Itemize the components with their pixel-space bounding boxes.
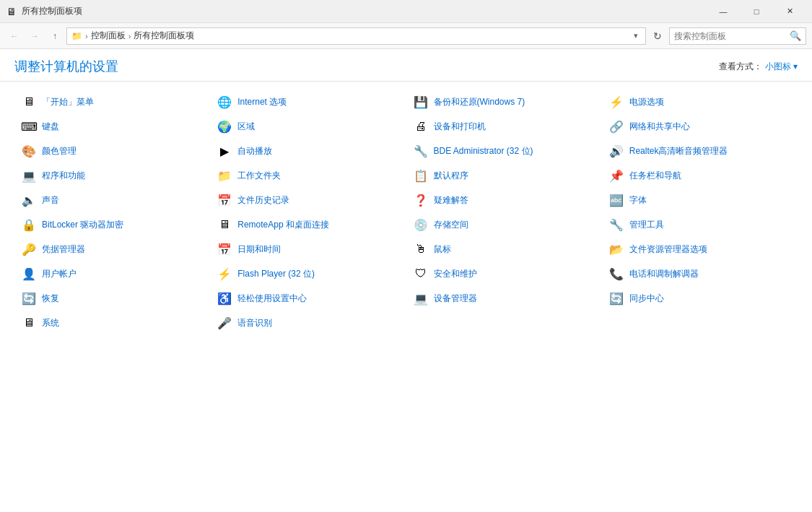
list-item[interactable]: 🖨设备和打印机 xyxy=(406,115,602,138)
list-item[interactable]: 🔗网络和共享中心 xyxy=(602,115,798,138)
minimize-button[interactable]: — xyxy=(707,0,740,23)
list-item[interactable]: 🔑凭据管理器 xyxy=(14,238,210,261)
list-item[interactable]: 🛡安全和维护 xyxy=(406,262,602,285)
list-item[interactable]: 🌍区域 xyxy=(210,115,406,138)
item-icon: 🔈 xyxy=(20,191,38,209)
forward-button[interactable]: → xyxy=(26,27,43,45)
window-controls: — □ ✕ xyxy=(707,0,806,23)
item-label: 管理工具 xyxy=(629,219,664,231)
list-item[interactable]: 🔧管理工具 xyxy=(602,213,798,236)
item-icon: 📂 xyxy=(608,240,625,258)
item-label: 用户帐户 xyxy=(42,268,77,280)
search-box: 🔍 xyxy=(669,27,806,45)
list-item[interactable]: 🔤字体 xyxy=(602,188,798,212)
maximize-button[interactable]: □ xyxy=(740,0,773,23)
list-item[interactable]: 🔒BitLocker 驱动器加密 xyxy=(14,213,210,236)
list-item[interactable]: ♿轻松使用设置中心 xyxy=(210,287,406,310)
list-item[interactable]: 🖥系统 xyxy=(14,311,210,334)
list-item[interactable]: 🎤语音识别 xyxy=(210,311,406,334)
item-icon: 🖨 xyxy=(412,118,429,135)
list-item[interactable]: 📅文件历史记录 xyxy=(210,188,406,212)
list-item[interactable]: 👤用户帐户 xyxy=(14,262,210,285)
item-label: 键盘 xyxy=(42,121,59,133)
item-icon: 🖥 xyxy=(20,314,38,331)
list-item[interactable]: 🔊Realtek高清晰音频管理器 xyxy=(602,139,798,162)
item-icon: 🎤 xyxy=(216,314,233,331)
list-item[interactable]: 🔈声音 xyxy=(14,188,210,212)
item-label: 电源选项 xyxy=(629,96,664,108)
item-label: 设备和打印机 xyxy=(434,121,486,133)
view-current[interactable]: 小图标 ▾ xyxy=(765,61,798,73)
list-item[interactable]: 🖥「开始」菜单 xyxy=(14,90,210,113)
list-item[interactable]: 📌任务栏和导航 xyxy=(602,164,798,187)
list-item[interactable]: ⌨键盘 xyxy=(14,115,210,138)
item-label: 文件历史记录 xyxy=(237,194,289,207)
item-icon: 🖥 xyxy=(20,93,38,110)
item-icon: ▶ xyxy=(216,142,233,160)
item-label: 设备管理器 xyxy=(434,292,477,305)
item-label: 系统 xyxy=(42,317,59,329)
list-item[interactable]: 📅日期和时间 xyxy=(210,238,406,261)
window-icon: 🖥 xyxy=(6,6,17,17)
search-input[interactable] xyxy=(674,31,790,41)
item-icon: 🔤 xyxy=(608,191,625,209)
item-icon: ⌨ xyxy=(20,118,38,135)
address-dropdown[interactable]: ▾ xyxy=(631,31,641,40)
title-bar: 🖥 所有控制面板项 — □ ✕ xyxy=(0,0,812,23)
item-label: 任务栏和导航 xyxy=(629,170,681,182)
breadcrumb-sep2: › xyxy=(128,32,131,40)
item-icon: 📅 xyxy=(216,191,233,209)
nav-bar: ← → ↑ 📁 › 控制面板 › 所有控制面板项 ▾ ↻ 🔍 xyxy=(0,23,812,49)
item-icon: 🖱 xyxy=(412,240,429,258)
list-item[interactable]: 💾备份和还原(Windows 7) xyxy=(406,90,602,113)
list-item[interactable]: 🖥RemoteApp 和桌面连接 xyxy=(210,213,406,236)
breadcrumb-sep1: › xyxy=(85,32,88,40)
item-icon: ⚡ xyxy=(216,265,233,282)
item-icon: 🔄 xyxy=(608,290,625,307)
list-item[interactable]: ▶自动播放 xyxy=(210,139,406,162)
close-button[interactable]: ✕ xyxy=(773,0,806,23)
item-label: Flash Player (32 位) xyxy=(237,268,315,280)
list-item[interactable]: 📞电话和调制解调器 xyxy=(602,262,798,285)
list-item[interactable]: 🌐Internet 选项 xyxy=(210,90,406,113)
list-item[interactable]: 🖱鼠标 xyxy=(406,238,602,261)
item-icon: 🔑 xyxy=(20,240,38,258)
back-button[interactable]: ← xyxy=(6,27,23,45)
list-item[interactable]: 📂文件资源管理器选项 xyxy=(602,238,798,261)
item-icon: 🔊 xyxy=(608,142,625,160)
view-label: 查看方式： xyxy=(719,61,762,73)
item-icon: 🔧 xyxy=(608,216,625,233)
item-label: 声音 xyxy=(42,194,59,207)
item-label: 疑难解答 xyxy=(434,194,468,207)
list-item[interactable]: 📁工作文件夹 xyxy=(210,164,406,187)
list-item[interactable]: ⚡Flash Player (32 位) xyxy=(210,262,406,285)
item-icon: 🔧 xyxy=(412,142,429,160)
search-icon[interactable]: 🔍 xyxy=(790,30,801,41)
list-item[interactable]: ❓疑难解答 xyxy=(406,188,602,212)
refresh-button[interactable]: ↻ xyxy=(649,27,666,45)
list-item[interactable]: 🎨颜色管理 xyxy=(14,139,210,162)
item-icon: ♿ xyxy=(216,290,233,307)
address-bar[interactable]: 📁 › 控制面板 › 所有控制面板项 ▾ xyxy=(66,27,646,45)
item-label: 备份和还原(Windows 7) xyxy=(434,96,525,108)
item-icon: 🔄 xyxy=(20,290,38,307)
up-button[interactable]: ↑ xyxy=(46,27,64,45)
list-item[interactable]: 💻程序和功能 xyxy=(14,164,210,187)
list-item[interactable]: ⚡电源选项 xyxy=(602,90,798,113)
list-item[interactable]: 🔄恢复 xyxy=(14,287,210,310)
view-options: 查看方式： 小图标 ▾ xyxy=(719,61,798,73)
item-label: RemoteApp 和桌面连接 xyxy=(237,219,329,231)
item-label: 凭据管理器 xyxy=(42,243,85,256)
item-icon: ⚡ xyxy=(608,93,625,110)
list-item[interactable]: 💻设备管理器 xyxy=(406,287,602,310)
list-item[interactable]: 🔄同步中心 xyxy=(602,287,798,310)
list-item[interactable]: 📋默认程序 xyxy=(406,164,602,187)
list-item[interactable]: 💿存储空间 xyxy=(406,213,602,236)
item-label: Internet 选项 xyxy=(237,96,287,108)
list-item[interactable]: 🔧BDE Administrator (32 位) xyxy=(406,139,602,162)
breadcrumb-icon: 📁 xyxy=(71,31,82,41)
window-title: 所有控制面板项 xyxy=(22,5,707,17)
item-icon: 🛡 xyxy=(412,265,429,282)
item-label: 语音识别 xyxy=(237,317,272,329)
item-label: 日期和时间 xyxy=(237,243,281,256)
